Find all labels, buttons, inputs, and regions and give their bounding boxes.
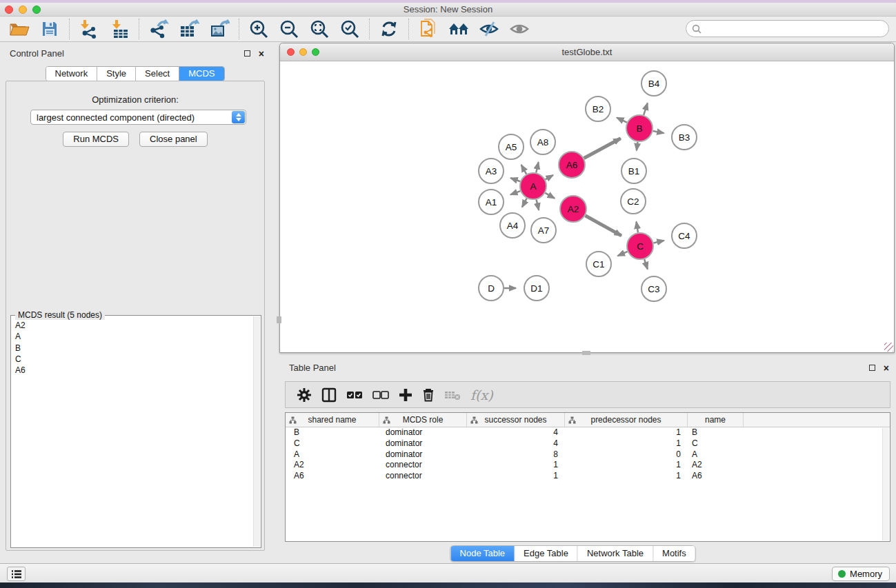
tab-network-table[interactable]: Network Table — [578, 546, 653, 561]
float-table-panel-icon[interactable] — [869, 365, 875, 371]
column-header-MCDS-role[interactable]: MCDS role — [379, 413, 467, 427]
table-scrollbar[interactable] — [882, 428, 889, 540]
new-network-from-selection-button[interactable] — [415, 18, 441, 40]
result-item[interactable]: A2 — [12, 320, 252, 331]
cell[interactable]: 1 — [565, 438, 688, 449]
close-panel-button[interactable]: Close panel — [139, 132, 208, 147]
cell[interactable]: B — [286, 427, 379, 438]
cell[interactable]: B — [688, 427, 744, 438]
edge-A6-B[interactable] — [584, 139, 621, 159]
window-resize-grip[interactable] — [884, 343, 893, 352]
node-D1[interactable]: D1 — [524, 276, 549, 301]
cell[interactable]: 4 — [467, 438, 565, 449]
cell[interactable]: A — [286, 449, 379, 460]
edge-A-A8[interactable] — [536, 162, 538, 172]
tab-node-table[interactable]: Node Table — [451, 546, 515, 561]
node-C[interactable]: C — [627, 233, 653, 259]
close-table-panel-icon[interactable]: × — [884, 365, 889, 372]
show-hide-panels-button[interactable] — [446, 18, 472, 40]
node-A2[interactable]: A2 — [560, 196, 586, 222]
node-C2[interactable]: C2 — [621, 189, 646, 214]
table-row[interactable]: Adominator80A — [286, 449, 890, 460]
network-canvas[interactable]: B4B2BB3A8A5A6A3B1AC2A1A2A4A7C4CC1C3DD1 — [280, 61, 894, 352]
node-A4[interactable]: A4 — [500, 213, 525, 238]
export-network-button[interactable] — [146, 18, 172, 40]
cell[interactable]: 4 — [467, 427, 565, 438]
show-task-history-button[interactable] — [7, 567, 26, 581]
edge-B-B3[interactable] — [653, 131, 664, 133]
edge-C-C3[interactable] — [644, 259, 648, 269]
edge-B-B1[interactable] — [637, 142, 638, 150]
node-B[interactable]: B — [626, 115, 653, 141]
network-graph[interactable]: B4B2BB3A8A5A6A3B1AC2A1A2A4A7C4CC1C3DD1 — [280, 61, 894, 352]
node-C1[interactable]: C1 — [586, 252, 611, 276]
run-mcds-button[interactable]: Run MCDS — [63, 132, 129, 147]
float-panel-icon[interactable] — [244, 50, 250, 57]
node-A[interactable]: A — [520, 173, 546, 199]
table-row[interactable]: A2connector11A2 — [286, 460, 890, 471]
zoom-fit-button[interactable] — [306, 18, 332, 40]
tab-mcds[interactable]: MCDS — [179, 67, 223, 81]
node-A8[interactable]: A8 — [530, 130, 555, 154]
node-A5[interactable]: A5 — [499, 134, 524, 159]
cell[interactable]: A — [688, 449, 744, 460]
edge-A-A1[interactable] — [510, 191, 520, 194]
import-network-button[interactable] — [76, 18, 102, 40]
cell[interactable]: A2 — [688, 460, 744, 471]
edge-A-A7[interactable] — [537, 199, 539, 210]
cell[interactable]: A6 — [286, 471, 379, 482]
cell[interactable]: dominator — [379, 427, 467, 438]
cell[interactable]: 8 — [467, 449, 565, 460]
select-all-button[interactable] — [346, 385, 363, 405]
cell[interactable]: dominator — [379, 438, 467, 449]
edge-A-A6[interactable] — [545, 175, 552, 179]
node-A6[interactable]: A6 — [559, 152, 585, 178]
network-vertical-scroll-thumb[interactable] — [277, 316, 281, 323]
memory-button[interactable]: Memory — [832, 567, 890, 581]
node-C4[interactable]: C4 — [672, 223, 697, 248]
node-B3[interactable]: B3 — [672, 125, 697, 150]
node-A3[interactable]: A3 — [479, 159, 504, 183]
result-scrollbar[interactable] — [253, 316, 260, 547]
show-graphic-details-button[interactable] — [506, 18, 532, 40]
result-item[interactable]: B — [12, 343, 252, 354]
node-B4[interactable]: B4 — [641, 71, 666, 96]
result-item[interactable]: A6 — [12, 365, 252, 376]
table-row[interactable]: A6connector11A6 — [286, 471, 890, 482]
table-row[interactable]: Bdominator41B — [286, 427, 890, 438]
cell[interactable]: A2 — [286, 460, 379, 471]
edge-C-C4[interactable] — [653, 241, 664, 243]
import-table-button[interactable] — [106, 18, 132, 40]
node-A1[interactable]: A1 — [479, 190, 504, 214]
export-table-button[interactable] — [176, 18, 202, 40]
zoom-in-button[interactable] — [246, 18, 272, 40]
show-columns-button[interactable] — [321, 385, 337, 405]
refresh-view-button[interactable] — [376, 18, 402, 40]
search-field[interactable] — [686, 20, 889, 37]
tab-edge-table[interactable]: Edge Table — [515, 546, 578, 561]
table-options-button[interactable] — [297, 385, 312, 405]
network-horizontal-scroll-thumb[interactable] — [582, 351, 590, 355]
result-item[interactable]: A — [12, 331, 252, 342]
cell[interactable]: 1 — [467, 471, 565, 482]
delete-column-button[interactable] — [422, 385, 435, 405]
add-column-button[interactable] — [399, 385, 412, 405]
export-image-button[interactable] — [206, 18, 232, 40]
cell[interactable]: 1 — [565, 427, 688, 438]
edge-A-A3[interactable] — [510, 178, 520, 181]
edge-B-B2[interactable] — [617, 118, 627, 123]
tab-network[interactable]: Network — [46, 67, 97, 81]
function-builder-button[interactable]: f(x) — [470, 385, 493, 405]
node-C3[interactable]: C3 — [641, 276, 666, 301]
cell[interactable]: A6 — [688, 471, 744, 482]
cell[interactable]: C — [286, 438, 379, 449]
search-input[interactable] — [705, 22, 888, 36]
node-B1[interactable]: B1 — [621, 159, 646, 183]
node-D[interactable]: D — [479, 276, 504, 301]
zoom-out-button[interactable] — [276, 18, 302, 40]
close-panel-icon[interactable]: × — [259, 50, 264, 57]
delete-table-button[interactable] — [444, 385, 461, 405]
edge-A-A5[interactable] — [521, 165, 527, 174]
edge-A-A2[interactable] — [545, 193, 555, 199]
cell[interactable]: 1 — [565, 460, 688, 471]
